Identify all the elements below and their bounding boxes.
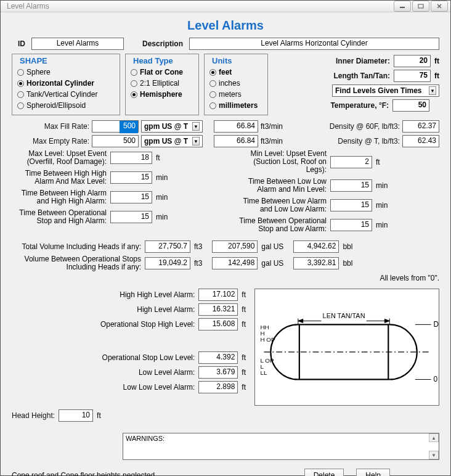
units-legend: Units (209, 56, 235, 65)
shape-horizontal-cylinder[interactable]: Horizontal Cylinder (17, 78, 115, 89)
help-button[interactable]: Help (356, 469, 390, 476)
empty-unit-dropdown[interactable]: gpm US @ T▼ (141, 135, 203, 147)
high-side: Max Level: Upset Event (Overfill, Roof D… (12, 150, 219, 237)
svg-text:LL: LL (260, 369, 267, 376)
inner-diam-field[interactable]: 20 (394, 55, 431, 67)
h-field: 16.321 (198, 303, 238, 316)
fill-unit-dropdown[interactable]: gpm US @ T▼ (141, 120, 203, 133)
svg-text:H OP: H OP (260, 336, 275, 343)
densityT-field: 62.43 (402, 135, 439, 147)
opvol-gal: 142,498 (212, 257, 258, 269)
head-elliptical[interactable]: 2:1 Elliptical (131, 78, 193, 89)
shape-legend: SHAPE (17, 56, 50, 65)
hh-label: High High Level Alarm: (71, 290, 195, 299)
svg-rect-1 (418, 4, 423, 8)
warnings-row: WARNINGS: ▲▼ (123, 433, 439, 460)
inner-diam-label: Inner Diameter: (336, 57, 390, 65)
head-type-group: Head Type Flat or Cone 2:1 Elliptical He… (125, 54, 199, 115)
t-hhh-label: Time Between High Alarm and High High Al… (12, 189, 107, 205)
ll-label: Low Low Level Alarm: (71, 383, 195, 392)
window-controls (394, 1, 448, 12)
max-fill-field[interactable]: 500 (92, 120, 139, 133)
t-hhh-field[interactable]: 15 (110, 191, 152, 203)
id-description-row: ID Level Alarms Description Level Alarms… (12, 38, 439, 50)
shape-tank[interactable]: Tank/Vertical Cylinder (17, 89, 115, 100)
level-alarms-window: Level Alarms Level Alarms ID Level Alarm… (0, 0, 451, 476)
max-level-field[interactable]: 18 (110, 152, 152, 164)
description-label: Description (142, 39, 183, 48)
head-hemisphere[interactable]: Hemisphere (131, 89, 193, 100)
opvol-label: Volume Between Operational Stops Includi… (12, 255, 141, 271)
shape-spheroid[interactable]: Spheroid/Ellipsoid (17, 100, 115, 111)
opl-field: 4.392 (198, 351, 238, 364)
units-feet[interactable]: feet (209, 67, 262, 78)
chevron-down-icon: ▼ (192, 122, 200, 131)
max-level-label: Max Level: Upset Event (Overfill, Roof D… (12, 150, 107, 166)
opvol-ft3: 19,049.2 (145, 257, 190, 269)
units-inches[interactable]: inches (209, 78, 262, 89)
levels-left: High High Level Alarm:17.102ft High Leve… (12, 289, 246, 406)
id-label: ID (18, 39, 25, 48)
close-button[interactable] (431, 1, 448, 12)
density60-field[interactable]: 62.37 (402, 120, 439, 133)
totvol-ft3: 27,750.7 (145, 240, 190, 253)
l-field: 3.679 (198, 366, 238, 379)
t-hhmax-field[interactable]: 15 (110, 171, 152, 184)
t-lll-field[interactable]: 15 (330, 199, 372, 211)
totals-section: Total Volume Including Heads if any: 27,… (12, 240, 439, 271)
length-field[interactable]: 75 (394, 70, 431, 82)
scroll-arrows[interactable]: ▲▼ (429, 433, 439, 459)
h-label: High Level Alarm: (71, 305, 195, 314)
footer: Cone roof and Cone floor heights neglect… (12, 469, 439, 476)
max-empty-label: Max Empty Rate: (12, 137, 89, 146)
units-group: Units feet inches meters millimeters (204, 54, 268, 115)
totvol-bbl: 4,942.62 (293, 240, 339, 253)
titlebar: Level Alarms (1, 1, 450, 12)
oph-label: Operational Stop High Level: (71, 320, 195, 329)
minimize-button[interactable] (394, 1, 411, 12)
svg-marker-13 (384, 319, 389, 322)
right-params: Inner Diameter:20ft Length Tan/Tan:75ft … (273, 54, 439, 115)
shape-group: SHAPE Sphere Horizontal Cylinder Tank/Ve… (12, 54, 120, 115)
warnings-box[interactable]: WARNINGS: ▲▼ (123, 433, 439, 460)
low-side: Min Level: Upset Event (Suction Lost, Ro… (232, 150, 439, 237)
head-flat[interactable]: Flat or Cone (131, 67, 193, 78)
chevron-down-icon: ▼ (429, 451, 439, 459)
length-label: Length Tan/Tan: (333, 72, 390, 80)
chevron-down-icon: ▼ (192, 137, 200, 146)
t-llmin-label: Time Between Low Low Alarm and Min Level… (232, 178, 327, 194)
density60-label: Density @ 60F, lb/ft3: (322, 122, 400, 131)
chevron-down-icon: ▼ (429, 86, 436, 95)
svg-text:0: 0 (434, 375, 438, 384)
units-meters[interactable]: meters (209, 89, 262, 100)
id-field[interactable]: Level Alarms (31, 38, 124, 50)
max-empty-field[interactable]: 500 (92, 135, 139, 147)
head-height-field: 10 (59, 409, 93, 422)
chevron-up-icon: ▲ (429, 433, 439, 442)
shape-sphere[interactable]: Sphere (17, 67, 115, 78)
maximize-button[interactable] (412, 1, 429, 12)
min-level-label: Min Level: Upset Event (Suction Lost, Ro… (232, 150, 327, 174)
t-oph-field[interactable]: 15 (110, 211, 152, 223)
min-level-field[interactable]: 2 (330, 156, 372, 168)
t-hhmax-label: Time Between High High Alarm And Max Lev… (12, 170, 107, 186)
head-height-label: Head Height: (12, 411, 55, 420)
delete-button[interactable]: Delete (304, 469, 344, 476)
t-opl-field[interactable]: 15 (330, 219, 372, 231)
description-field[interactable]: Level Alarms Horizontal Cylinder (189, 38, 439, 50)
l-label: Low Level Alarm: (71, 368, 195, 377)
totvol-gal: 207,590 (212, 240, 258, 253)
t-lll-label: Time Between Low Alarm and Low Low Alarm… (232, 197, 327, 213)
head-type-legend: Head Type (131, 56, 176, 65)
t-llmin-field[interactable]: 15 (330, 179, 372, 192)
opvol-bbl: 3,392.81 (293, 257, 339, 269)
rates-section: Max Fill Rate: 500 gpm US @ T▼ 66.84 ft3… (12, 120, 439, 147)
units-mm[interactable]: millimeters (209, 100, 262, 111)
temp-field[interactable]: 50 (392, 99, 429, 112)
temp-label: Temperature, °F: (330, 101, 389, 110)
window-title: Level Alarms (3, 2, 394, 10)
mode-dropdown[interactable]: Find Levels Given Times▼ (332, 84, 439, 97)
content-area: Level Alarms ID Level Alarms Description… (1, 12, 450, 476)
t-oph-label: Time Between Operational Stop and High A… (12, 209, 107, 225)
vessel-diagram: LEN TAN/TAN D 0 HH H H OP L OP L LL (254, 289, 439, 406)
